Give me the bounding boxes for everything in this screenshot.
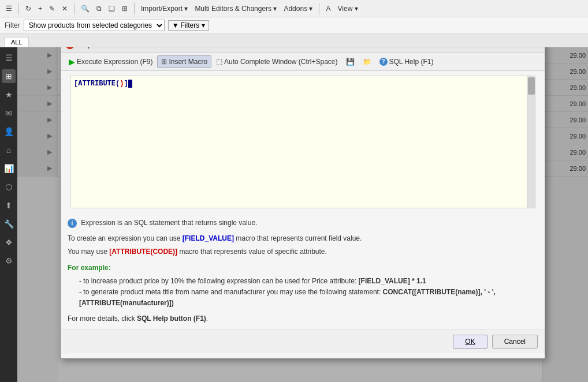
editor-container: [ATTRIBUTE()] — [65, 76, 540, 208]
menu-button[interactable]: ☰ — [3, 3, 14, 14]
editor-scrollbar[interactable] — [527, 76, 535, 208]
macro-icon: ⊞ — [161, 58, 167, 66]
for-example-label: For example: — [68, 263, 538, 274]
info-icon: i — [68, 219, 77, 228]
filters-button[interactable]: ▼ Filters ▾ — [168, 20, 209, 31]
cancel-button[interactable]: Cancel — [492, 335, 538, 349]
save-icon: 💾 — [346, 58, 355, 66]
dialog-titlebar: ! Expression Editor ✕ — [61, 47, 545, 53]
top-toolbar: ☰ ↻ + ✎ ✕ 🔍 ⧉ ❑ ⊞ Import/Export ▾ Multi … — [0, 0, 588, 17]
sidebar-icon-chart[interactable]: 📊 — [2, 162, 16, 175]
save-icon-button[interactable]: 💾 — [343, 56, 358, 68]
sidebar-icon-wrench[interactable]: 🔧 — [2, 217, 16, 231]
editor-content: [ATTRIBUTE()] — [74, 80, 128, 88]
separator-3 — [134, 3, 135, 14]
add-button[interactable]: + — [36, 3, 44, 14]
sidebar: ☰ ⊞ ★ ✉ 👤 ⌂ 📊 ⬡ ⬆ 🔧 ❖ ⚙ — [0, 47, 17, 382]
dialog-title-icon: ! — [65, 47, 75, 49]
ok-button[interactable]: OK — [453, 335, 487, 349]
tab-bar: ALL — [0, 33, 588, 47]
help-line2: You may use [ATTRIBUTE(CODE)] macro that… — [68, 246, 538, 257]
sidebar-icon-grid[interactable]: ⊞ — [2, 69, 16, 83]
cursor — [128, 80, 132, 88]
autocomplete-icon: ⬚ — [216, 58, 222, 66]
delete-button[interactable]: ✕ — [59, 3, 70, 14]
dialog-footer: OK Cancel — [61, 329, 545, 353]
view-button[interactable]: View ▾ — [336, 3, 360, 14]
modal-overlay: ! Expression Editor ✕ ▶ Execute Expressi… — [17, 47, 588, 382]
sidebar-icon-home[interactable]: ⌂ — [2, 143, 16, 157]
dialog-title: Expression Editor — [79, 47, 524, 48]
search-button[interactable]: 🔍 — [79, 3, 92, 14]
expression-editor-area[interactable]: [ATTRIBUTE()] — [70, 76, 535, 208]
addons-button[interactable]: Addons ▾ — [281, 3, 315, 14]
sidebar-icon-star[interactable]: ★ — [2, 88, 16, 102]
dialog-close-button[interactable]: ✕ — [529, 47, 540, 50]
separator-1 — [18, 3, 19, 14]
help-main-text: i Expression is an SQL statement that re… — [68, 218, 538, 229]
execute-expression-button[interactable]: ▶ Execute Expression (F9) — [65, 55, 156, 68]
sidebar-icon-puzzle[interactable]: ⬡ — [2, 180, 16, 194]
dialog-toolbar: ▶ Execute Expression (F9) ⊞ Insert Macro… — [61, 53, 545, 71]
font-button[interactable]: A — [323, 3, 333, 14]
play-icon: ▶ — [69, 57, 75, 66]
example-1: - to increase product price by 10% the f… — [68, 276, 538, 287]
more-button[interactable]: ⊞ — [120, 3, 130, 14]
refresh-button[interactable]: ↻ — [23, 3, 34, 14]
tab-all[interactable]: ALL — [5, 37, 29, 47]
sidebar-icon-mail[interactable]: ✉ — [2, 106, 16, 120]
auto-complete-button[interactable]: ⬚ Auto Complete Window (Ctrl+Space) — [213, 56, 341, 68]
separator-4 — [319, 3, 319, 14]
filter-icon: ▼ — [172, 21, 179, 29]
main-area: ☰ ⊞ ★ ✉ 👤 ⌂ 📊 ⬡ ⬆ 🔧 ❖ ⚙ ▶ ▶ ▶ ▶ — [0, 47, 588, 382]
sidebar-icon-user[interactable]: 👤 — [2, 125, 16, 138]
filter-label: Filter — [5, 21, 20, 29]
editor-scrollbar-thumb — [528, 77, 535, 95]
multi-editors-button[interactable]: Multi Editors & Changers ▾ — [192, 3, 279, 14]
sql-help-button[interactable]: ? SQL Help (F1) — [376, 56, 437, 68]
filter-bar: Filter Show products from selected categ… — [0, 17, 588, 33]
import-export-button[interactable]: Import/Export ▾ — [139, 3, 190, 14]
dialog-help: i Expression is an SQL statement that re… — [61, 213, 545, 329]
expression-editor-dialog: ! Expression Editor ✕ ▶ Execute Expressi… — [60, 47, 545, 359]
sidebar-icon-upload[interactable]: ⬆ — [2, 199, 16, 212]
folder-icon: 📁 — [363, 58, 371, 66]
sidebar-icon-layers[interactable]: ❖ — [2, 235, 16, 249]
duplicate-button[interactable]: ❑ — [106, 3, 117, 14]
insert-macro-button[interactable]: ⊞ Insert Macro — [157, 55, 211, 68]
separator-2 — [74, 3, 75, 14]
filter-select[interactable]: Show products from selected categories — [24, 20, 165, 31]
sidebar-icon-menu[interactable]: ☰ — [2, 51, 16, 65]
content-area: ▶ ▶ ▶ ▶ ▶ ▶ ▶ ▶ 2 — [17, 47, 588, 382]
sidebar-icon-settings[interactable]: ⚙ — [2, 254, 16, 268]
help-line1: To create an expression you can use [FIE… — [68, 233, 538, 244]
example-2: - to generate product meta title from na… — [68, 287, 538, 309]
help-more-details: For more details, click SQL Help button … — [68, 313, 538, 324]
folder-button[interactable]: 📁 — [359, 56, 375, 68]
copy-button[interactable]: ⧉ — [94, 3, 104, 14]
help-icon: ? — [379, 58, 388, 66]
edit-button[interactable]: ✎ — [47, 3, 57, 14]
